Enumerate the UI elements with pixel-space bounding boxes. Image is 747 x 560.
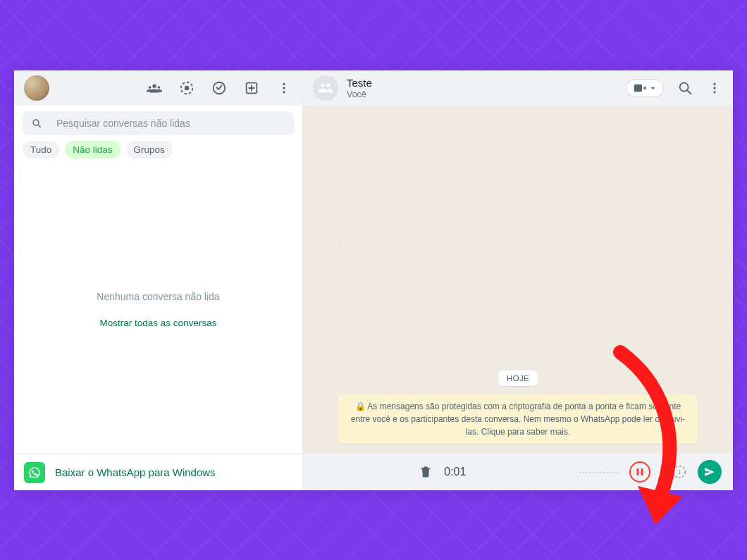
filter-chip-unread[interactable]: Não lidas: [65, 141, 120, 158]
chat-list-empty: Nenhuma conversa não lida Mostrar todas …: [14, 166, 302, 454]
date-badge: HOJE: [498, 371, 538, 386]
svg-point-10: [713, 83, 715, 85]
search-input[interactable]: [56, 118, 285, 129]
svg-point-12: [713, 91, 715, 93]
svg-point-7: [33, 120, 39, 125]
communities-icon[interactable]: [146, 80, 163, 97]
search-area: [14, 106, 302, 141]
search-in-chat-icon[interactable]: [677, 80, 693, 97]
video-icon: [634, 83, 646, 93]
footer-divider: [660, 464, 661, 480]
svg-rect-8: [634, 85, 642, 92]
recording-waveform: ············: [579, 468, 619, 476]
chat-header-actions: [626, 79, 723, 97]
chat-title-block[interactable]: Teste Você: [347, 77, 372, 100]
download-bar[interactable]: Baixar o WhatsApp para Windows: [14, 454, 302, 490]
download-cta-text: Baixar o WhatsApp para Windows: [55, 466, 216, 478]
status-icon[interactable]: [178, 80, 195, 97]
search-icon: [31, 118, 42, 129]
svg-point-4: [283, 83, 285, 85]
chevron-down-icon: [650, 85, 656, 92]
svg-point-5: [283, 87, 285, 89]
pause-recording-button[interactable]: [629, 461, 650, 483]
filter-chips: Tudo Não lidas Grupos: [14, 141, 302, 166]
svg-point-1: [185, 86, 189, 90]
svg-text:1: 1: [678, 469, 681, 475]
chat-menu-dots-icon[interactable]: [706, 80, 723, 97]
svg-rect-14: [641, 468, 643, 475]
svg-point-9: [680, 83, 689, 92]
new-chat-icon[interactable]: [243, 80, 260, 97]
chat-subtitle: Você: [347, 89, 372, 100]
send-button[interactable]: [698, 460, 722, 484]
avatar[interactable]: [24, 75, 49, 101]
recording-time: 0:01: [444, 466, 466, 478]
recording-footer: 0:01 ············ 1: [303, 454, 733, 490]
chat-header: Teste Você: [303, 70, 733, 106]
playback-speed-icon[interactable]: 1: [671, 463, 688, 480]
left-header: [14, 70, 302, 106]
svg-point-11: [713, 87, 715, 89]
left-pane: Tudo Não lidas Grupos Nenhuma conversa n…: [14, 70, 303, 490]
whatsapp-logo-icon: [24, 462, 45, 483]
delete-recording-icon[interactable]: [417, 463, 434, 480]
search-box[interactable]: [23, 111, 294, 135]
pause-icon: [636, 468, 644, 476]
chat-body: HOJE 🔒 As mensagens são protegidas com a…: [303, 106, 733, 454]
left-header-actions: [146, 80, 292, 97]
svg-point-6: [283, 91, 285, 93]
filter-chip-all[interactable]: Tudo: [23, 141, 59, 158]
menu-dots-icon[interactable]: [276, 80, 292, 97]
channels-icon[interactable]: [211, 80, 228, 97]
right-pane: Teste Você HOJE 🔒 As mensagens são prote…: [303, 70, 733, 490]
encryption-notice[interactable]: 🔒 As mensagens são protegidas com a crip…: [338, 394, 698, 444]
empty-state-text: Nenhuma conversa não lida: [97, 291, 219, 302]
whatsapp-web-window: Tudo Não lidas Grupos Nenhuma conversa n…: [14, 70, 733, 490]
show-all-conversations-link[interactable]: Mostrar todas as conversas: [100, 318, 217, 328]
chat-title: Teste: [347, 77, 372, 89]
filter-chip-groups[interactable]: Grupos: [126, 141, 173, 158]
svg-rect-13: [637, 468, 639, 475]
video-call-button[interactable]: [626, 79, 664, 97]
group-avatar-icon[interactable]: [313, 75, 338, 101]
send-icon: [703, 466, 716, 478]
